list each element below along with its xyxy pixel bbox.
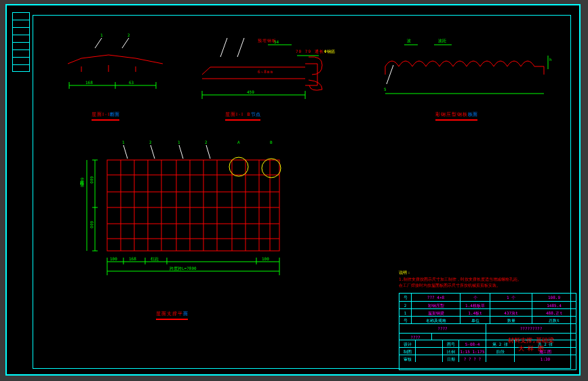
- pitch-r: 波距: [438, 38, 446, 44]
- company: ????: [399, 324, 486, 333]
- dim-small: 54: [274, 39, 279, 44]
- left-stamp-box: [12, 12, 30, 72]
- svg-line-10: [237, 38, 244, 57]
- caption-node-b: 屋面Ⅰ-Ⅰ B节点: [225, 106, 260, 121]
- svg-line-45: [151, 145, 155, 159]
- cad-viewport[interactable]: 1 2 168 63 屋面Ⅰ-Ⅰ断面 预埋钢板: [5, 4, 581, 376]
- lead3: 1: [178, 140, 180, 144]
- lead2: 2: [149, 140, 152, 144]
- company-sub: ?????????: [486, 324, 576, 333]
- dim-left-total: 柱距6000: [79, 178, 85, 187]
- svg-line-44: [123, 145, 128, 159]
- pitch-l: 波: [407, 38, 411, 44]
- dim-b2: 168: [129, 256, 136, 261]
- svg-rect-24: [107, 160, 279, 251]
- caption-corrugated: 彩钢压型钢板板面: [435, 106, 477, 121]
- notes-block: 说明： 1.制作支撑按图示尺寸加工制作，时按支撑长度适当增减螺栓孔距。 在工厂焊…: [399, 269, 575, 289]
- dim-b4: 100: [262, 256, 269, 261]
- dim-main: 459: [247, 89, 254, 94]
- detail-plan: 1 2 1 2 A B 柱距6000 600 600 100 168 柱距 10…: [75, 141, 305, 297]
- dim-right: 63: [129, 80, 134, 85]
- note-right2: Φ钢筋: [324, 49, 335, 55]
- dim-left1: 600: [90, 176, 94, 184]
- title-block: 号 ??? 4×8 个 1 个 108.9 2 彩钢压型 1.4根板草 1485…: [399, 293, 576, 370]
- caption-section-ii: 屋面Ⅰ-Ⅰ断面: [92, 106, 119, 121]
- notes-line2: 在工厂焊接时均按屋面板图示尺寸所按机械剪剪板安装。: [399, 283, 501, 287]
- note-right1: 70 79 通长: [296, 49, 324, 55]
- svg-line-47: [206, 145, 210, 159]
- note-bottom: 6~8mm: [258, 69, 273, 74]
- dim-btotal: 跨度跨L=7800: [170, 266, 197, 272]
- lead4: 2: [205, 140, 208, 144]
- lead1: 1: [122, 140, 125, 144]
- leadB: B: [270, 140, 273, 144]
- svg-text:5: 5: [384, 87, 387, 92]
- detail-section-ii: 1 2 168 63: [61, 31, 176, 106]
- svg-line-0: [95, 38, 102, 48]
- svg-line-18: [387, 65, 393, 84]
- svg-line-46: [179, 145, 183, 159]
- detail-corrugated: 5 波 波距 h: [377, 37, 560, 104]
- caption-plan: 屋面支撑平面: [156, 305, 188, 320]
- dim-b1: 100: [110, 256, 117, 261]
- detail-node-b: 预埋钢板 54 70 79 通长 Φ钢筋 6~8mm 459: [190, 30, 346, 104]
- svg-text:1: 1: [100, 33, 103, 37]
- svg-line-9: [220, 38, 227, 57]
- leadA: A: [237, 140, 240, 144]
- svg-text:2: 2: [128, 33, 130, 37]
- svg-line-1: [122, 38, 129, 48]
- dim-left2: 600: [90, 221, 94, 228]
- notes-line1: 1.制作支撑按图示尺寸加工制作，时按支撑长度适当增减螺栓孔距。: [399, 277, 522, 281]
- notes-heading: 说明：: [399, 270, 411, 275]
- dim-h: h: [549, 57, 552, 62]
- dim-left: 168: [85, 80, 93, 85]
- dim-b3: 柱距: [151, 256, 159, 262]
